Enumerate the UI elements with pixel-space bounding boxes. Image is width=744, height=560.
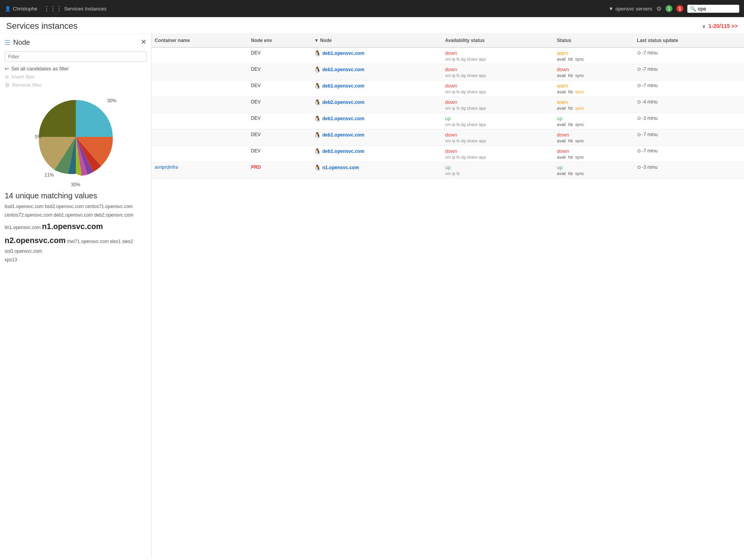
avail-tags: vmipfsdgshareapp <box>445 57 551 61</box>
user-menu[interactable]: 👤 Christophe <box>5 6 37 12</box>
pie-label-30-top: 30% <box>107 98 116 103</box>
cell-container-name <box>152 80 248 97</box>
avail-status: down <box>445 99 551 105</box>
pie-label-5: 5% <box>35 134 42 140</box>
cell-container-name <box>152 130 248 146</box>
linux-icon: 🐧 <box>314 164 321 171</box>
sidebar-section-title: ☰ Node <box>5 38 147 47</box>
cell-availability: up vmipfsdgshareapp <box>442 113 554 130</box>
clock-icon: ⊙ <box>637 148 641 154</box>
avail-tags: vmipfsdgshareapp <box>445 155 551 159</box>
avail-tags: vmipfsdgshareapp <box>445 89 551 94</box>
avail-tags: vmipfsdgshareapp <box>445 122 551 127</box>
cell-status: down avail hb sync <box>554 64 634 80</box>
status-tags: avail hb sync <box>557 122 631 127</box>
cell-status: warn avail hb sync <box>554 97 634 113</box>
status-value: up <box>557 164 631 170</box>
gear-icon[interactable]: ⚙ <box>656 5 662 12</box>
pagination: ∨ 1-20/115 >> <box>702 23 738 29</box>
status-tags: avail hb sync <box>557 171 631 176</box>
avail-status: up <box>445 164 551 170</box>
cell-status: warn avail hb sync <box>554 80 634 97</box>
topnav: 👤 Christophe ⋮⋮⋮ Services Instances ▼ op… <box>0 0 744 17</box>
user-icon: 👤 <box>5 6 11 12</box>
cell-last-update: ⊙-7 minu <box>634 146 744 162</box>
cell-container-name <box>152 97 248 113</box>
linux-icon: 🐧 <box>314 99 321 105</box>
table-area: Container name Node env ▼ Node Availabil… <box>152 34 744 558</box>
cell-node[interactable]: 🐧deb1.opensvc.com <box>311 47 442 64</box>
page-info[interactable]: 1-20/115 >> <box>708 23 738 29</box>
search-icon: 🔍 <box>690 6 696 12</box>
status-value: warn <box>557 50 631 56</box>
table-row: DEV🐧deb1.opensvc.com down vmipfsdgsharea… <box>152 146 744 162</box>
candidate-list: bsd1.opensvc.com bsd2.opensvc.com centos… <box>5 203 147 264</box>
status-tags: avail hb sync <box>557 57 631 61</box>
cell-availability: down vmipfsdgshareapp <box>442 97 554 113</box>
chevron-down-icon[interactable]: ∨ <box>702 23 706 29</box>
cell-container-name[interactable]: avnprdinfra <box>152 162 248 178</box>
search-input[interactable] <box>698 6 737 12</box>
col-last-update: Last status update <box>634 34 744 47</box>
avail-tags: vmipfs <box>445 171 551 176</box>
cell-status: down avail hb sync <box>554 130 634 146</box>
avail-status: up <box>445 116 551 121</box>
cell-node[interactable]: 🐧deb1.opensvc.com <box>311 80 442 97</box>
invert-filter-action: ⊖ Invert filter <box>5 74 147 80</box>
cell-env: DEV <box>248 80 311 97</box>
table-row: DEV🐧deb1.opensvc.com down vmipfsdgsharea… <box>152 130 744 146</box>
cell-container-name <box>152 146 248 162</box>
cell-node[interactable]: 🐧n1.opensvc.com <box>311 162 442 178</box>
clock-icon: ⊙ <box>637 83 641 88</box>
cell-container-name <box>152 47 248 64</box>
pie-label-30-bottom: 30% <box>71 182 80 187</box>
cell-env: DEV <box>248 97 311 113</box>
apps-menu[interactable]: ⋮⋮⋮ Services Instances <box>44 5 107 12</box>
table-row: DEV🐧deb1.opensvc.com down vmipfsdgsharea… <box>152 47 744 64</box>
user-name: Christophe <box>13 6 37 12</box>
cell-last-update: ⊙-3 minu <box>634 113 744 130</box>
cell-env: DEV <box>248 146 311 162</box>
status-value: warn <box>557 83 631 89</box>
col-availability: Availability status <box>442 34 554 47</box>
filter-icon: ▼ <box>608 6 613 12</box>
table-header-row: Container name Node env ▼ Node Availabil… <box>152 34 744 47</box>
set-candidates-action[interactable]: ↩ Set all candidates as filter <box>5 66 147 72</box>
clock-icon: ⊙ <box>637 164 641 170</box>
cell-node[interactable]: 🐧deb1.opensvc.com <box>311 146 442 162</box>
linux-icon: 🐧 <box>314 50 321 56</box>
avail-status: down <box>445 148 551 154</box>
page-title: Services instances <box>6 21 702 31</box>
cell-node[interactable]: 🐧deb1.opensvc.com <box>311 130 442 146</box>
clock-icon: ⊙ <box>637 116 641 121</box>
table-row: DEV🐧deb2.opensvc.com down vmipfsdgsharea… <box>152 97 744 113</box>
cell-node[interactable]: 🐧deb1.opensvc.com <box>311 64 442 80</box>
pie-label-11: 11% <box>45 172 54 178</box>
col-node[interactable]: ▼ Node <box>311 34 442 47</box>
avail-tags: vmipfsdgshareapp <box>445 106 551 110</box>
filter-input[interactable] <box>5 51 147 62</box>
cell-last-update: ⊙-3 minu <box>634 162 744 178</box>
status-value: down <box>557 132 631 138</box>
node-list-icon: ☰ <box>5 39 10 46</box>
linux-icon: 🐧 <box>314 83 321 89</box>
cell-node[interactable]: 🐧deb1.opensvc.com <box>311 113 442 130</box>
cell-node[interactable]: 🐧deb2.opensvc.com <box>311 97 442 113</box>
cell-last-update: ⊙-7 minu <box>634 64 744 80</box>
avail-status: down <box>445 50 551 56</box>
linux-icon: 🐧 <box>314 132 321 138</box>
status-tags: avail hb sync <box>557 106 631 110</box>
clock-icon: ⊙ <box>637 132 641 137</box>
status-tags: avail hb sync <box>557 73 631 78</box>
table-row: DEV🐧deb1.opensvc.com up vmipfsdgshareapp… <box>152 113 744 130</box>
table-row: avnprdinfraPRD🐧n1.opensvc.com up vmipfs … <box>152 162 744 178</box>
avail-status: down <box>445 83 551 89</box>
table-row: DEV🐧deb1.opensvc.com down vmipfsdgsharea… <box>152 64 744 80</box>
cell-availability: down vmipfsdgshareapp <box>442 47 554 64</box>
clock-icon: ⊙ <box>637 66 641 72</box>
clock-icon: ⊙ <box>637 50 641 56</box>
cell-env: DEV <box>248 47 311 64</box>
close-button[interactable]: ✕ <box>141 38 147 46</box>
cell-status: down avail hb sync <box>554 146 634 162</box>
badge-green: 1 <box>665 5 672 12</box>
